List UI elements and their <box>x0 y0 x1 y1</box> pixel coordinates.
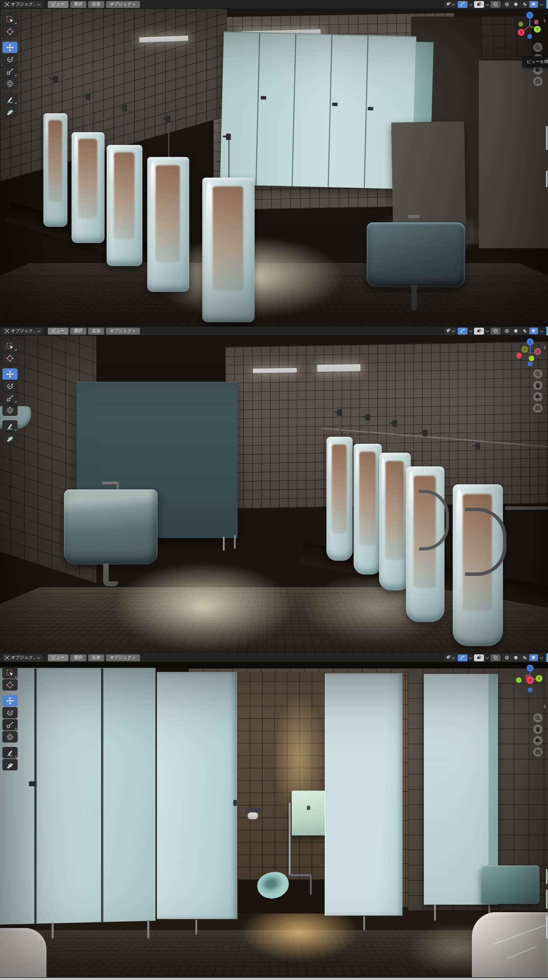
tool-select-box[interactable] <box>2 340 17 352</box>
axis-neg-z-ball[interactable] <box>528 361 532 366</box>
shading-rendered[interactable] <box>529 1 538 8</box>
menu-object[interactable]: オブジェクト <box>106 654 140 661</box>
menu-object[interactable]: オブジェクト <box>106 1 140 8</box>
pan-button[interactable] <box>533 381 543 390</box>
urinal[interactable] <box>326 437 353 561</box>
grab-bar-horizontal[interactable] <box>505 506 548 510</box>
sidebar-collapse-arrow[interactable] <box>544 703 547 709</box>
urinal[interactable] <box>147 157 189 292</box>
axis-neg-ball[interactable] <box>518 22 523 27</box>
xray-toggle[interactable] <box>491 654 500 661</box>
chevron-down-icon[interactable] <box>486 329 489 332</box>
menu-view[interactable]: ビュー <box>48 654 68 661</box>
shading-wireframe[interactable] <box>503 1 511 8</box>
mode-selector[interactable]: オブジェク.. <box>2 327 43 335</box>
overlays-toggle[interactable] <box>474 654 484 661</box>
shading-material[interactable] <box>521 1 529 8</box>
menu-select[interactable]: 選択 <box>70 1 86 8</box>
sidebar-collapse-arrow[interactable] <box>544 344 547 350</box>
tool-cursor[interactable] <box>2 353 17 364</box>
shading-material[interactable] <box>521 328 529 334</box>
chevron-down-icon[interactable] <box>486 656 489 659</box>
navigation-gizmo[interactable]: Z Y X <box>515 337 545 367</box>
navigation-gizmo[interactable]: Z X Y <box>515 10 545 40</box>
menu-add[interactable]: 追加 <box>88 1 104 8</box>
mode-selector[interactable]: オブジェク.. <box>2 1 43 8</box>
sidebar-collapse-arrow[interactable] <box>544 17 547 24</box>
right-edge-scrollbar[interactable] <box>546 171 548 187</box>
axis-neg-ball[interactable] <box>516 678 521 683</box>
axis-neg-z-ball[interactable] <box>527 34 532 39</box>
grid-ortho-button[interactable] <box>533 747 543 757</box>
axis-neg-ball[interactable] <box>534 20 539 24</box>
viewport-3d[interactable]: Z Y X <box>0 336 548 653</box>
overlays-toggle[interactable] <box>474 1 484 8</box>
ceramic-fixture[interactable] <box>0 928 46 980</box>
axis-neg-ball[interactable] <box>529 356 534 361</box>
shading-solid[interactable] <box>511 328 520 334</box>
tool-measure[interactable] <box>2 759 17 770</box>
tool-scale[interactable] <box>2 719 17 730</box>
tool-select-box[interactable] <box>2 667 17 678</box>
xray-toggle[interactable] <box>491 328 500 334</box>
tool-move[interactable] <box>2 368 17 380</box>
tool-select-box[interactable] <box>2 14 17 25</box>
axis-neg-ball[interactable] <box>516 353 522 358</box>
tool-move[interactable] <box>2 695 17 706</box>
shading-rendered[interactable] <box>529 328 538 334</box>
tool-annotate[interactable] <box>2 94 17 105</box>
menu-select[interactable]: 選択 <box>70 328 86 334</box>
ceramic-fixture[interactable] <box>472 912 548 980</box>
tool-rotate[interactable] <box>2 54 17 65</box>
menu-view[interactable]: ビュー <box>48 328 68 334</box>
tool-cursor[interactable] <box>2 679 17 690</box>
tool-rotate[interactable] <box>2 707 17 718</box>
tool-measure[interactable] <box>2 432 17 444</box>
grid-ortho-button[interactable] <box>533 403 543 413</box>
gizmo-toggle[interactable] <box>457 328 467 334</box>
selectability-dropdown[interactable] <box>445 1 456 8</box>
right-edge-scrollbar[interactable] <box>546 126 548 150</box>
zoom-button[interactable] <box>533 713 543 722</box>
stall-door-right[interactable] <box>325 673 402 916</box>
viewport-3d[interactable]: Z X Y ビューを移 <box>0 9 548 327</box>
shading-solid[interactable] <box>511 1 520 8</box>
tool-annotate[interactable] <box>2 747 17 758</box>
right-edge-scrollbar[interactable] <box>546 889 548 909</box>
tool-scale[interactable] <box>2 66 17 77</box>
shading-rendered[interactable] <box>529 654 538 661</box>
tool-annotate[interactable] <box>2 420 17 432</box>
mode-selector[interactable]: オブジェク.. <box>2 654 43 662</box>
zoom-button[interactable] <box>533 43 543 52</box>
cistern-tank[interactable] <box>292 791 326 835</box>
tool-rotate[interactable] <box>2 380 17 392</box>
ceiling-light[interactable] <box>253 368 297 373</box>
grid-ortho-button[interactable] <box>533 77 543 86</box>
urinal[interactable] <box>71 132 105 243</box>
toilet-stalls[interactable] <box>220 31 416 189</box>
shading-wireframe[interactable] <box>503 654 511 661</box>
chevron-down-icon[interactable] <box>540 656 543 659</box>
tool-scale[interactable] <box>2 392 17 404</box>
gizmo-toggle[interactable] <box>457 654 467 661</box>
selectability-dropdown[interactable] <box>445 328 456 334</box>
mirror-panel[interactable] <box>391 121 466 237</box>
tool-transform[interactable] <box>2 731 17 743</box>
axis-neg-z-ball[interactable] <box>528 687 532 692</box>
menu-view[interactable]: ビュー <box>48 1 68 8</box>
chevron-down-icon[interactable] <box>486 2 489 6</box>
xray-toggle[interactable] <box>491 1 500 8</box>
urinal[interactable] <box>43 113 67 227</box>
tool-transform[interactable] <box>2 78 17 89</box>
urinal[interactable] <box>202 178 254 322</box>
shading-solid[interactable] <box>511 654 520 661</box>
urinal[interactable] <box>354 444 382 574</box>
toilet-stall-left[interactable] <box>0 668 156 924</box>
menu-add[interactable]: 追加 <box>88 654 104 661</box>
stall-door-center[interactable] <box>157 672 237 919</box>
ceiling-light[interactable] <box>317 364 361 372</box>
navigation-gizmo[interactable]: Z Y X <box>515 663 545 693</box>
urinal[interactable] <box>106 145 142 266</box>
wall-sink[interactable] <box>481 865 539 904</box>
tool-move[interactable] <box>2 41 17 53</box>
